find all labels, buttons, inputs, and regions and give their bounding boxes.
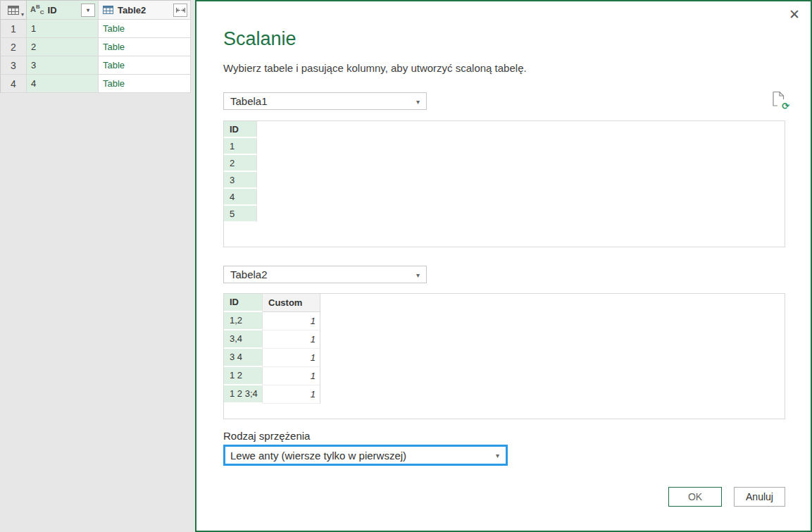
id-cell[interactable]: 4 bbox=[27, 75, 99, 93]
table-type-icon bbox=[103, 6, 113, 14]
table-link[interactable]: Table bbox=[99, 56, 191, 75]
join-kind-value: Lewe anty (wiersze tylko w pierwszej) bbox=[230, 450, 406, 462]
table2-preview: ID Custom 1,2 1 3,4 1 3 4 1 1 2 1 1 2 3;… bbox=[223, 293, 785, 419]
row-number[interactable]: 1 bbox=[0, 20, 27, 38]
column-header-table2-label: Table2 bbox=[118, 5, 146, 16]
chevron-down-icon: ▾ bbox=[416, 97, 420, 105]
expand-column-button[interactable] bbox=[173, 4, 187, 17]
table-link[interactable]: Table bbox=[99, 75, 191, 93]
table-link[interactable]: Table bbox=[99, 20, 191, 38]
table-link[interactable]: Table bbox=[99, 38, 191, 56]
preview2-id-cell[interactable]: 1 2 bbox=[224, 367, 263, 385]
table-grid-icon bbox=[8, 6, 19, 15]
table-row: 1 1 Table bbox=[0, 20, 191, 38]
preview1-cell[interactable]: 3 bbox=[224, 172, 257, 189]
chevron-down-icon: ▾ bbox=[416, 271, 420, 278]
preview2-id-cell[interactable]: 1,2 bbox=[224, 312, 263, 330]
table-row: 4 4 Table bbox=[0, 75, 191, 93]
preview1-cell[interactable]: 5 bbox=[224, 206, 257, 223]
id-cell[interactable]: 2 bbox=[27, 38, 99, 56]
abc-type-icon: ABC bbox=[30, 4, 44, 16]
preview2-custom-cell[interactable]: 1 bbox=[263, 385, 320, 404]
refresh-preview-icon[interactable]: ⟳ bbox=[772, 91, 789, 109]
preview1-cell[interactable]: 2 bbox=[224, 155, 257, 172]
table-row: 2 2 Table bbox=[0, 38, 191, 56]
join-kind-select[interactable]: Lewe anty (wiersze tylko w pierwszej) ▾ bbox=[223, 445, 508, 466]
preview2-header-id[interactable]: ID bbox=[224, 294, 263, 312]
table1-preview: ID 1 2 3 4 5 bbox=[223, 120, 785, 247]
merge-dialog: ✕ Scalanie Wybierz tabele i pasujące kol… bbox=[195, 0, 812, 532]
id-cell[interactable]: 1 bbox=[27, 20, 99, 38]
column-header-id-label: ID bbox=[48, 5, 57, 16]
preview2-custom-cell[interactable]: 1 bbox=[263, 312, 320, 330]
id-cell[interactable]: 3 bbox=[27, 56, 99, 75]
filter-button[interactable]: ▾ bbox=[81, 4, 95, 17]
preview2-custom-cell[interactable]: 1 bbox=[263, 367, 320, 385]
table1-select-value: Tabela1 bbox=[230, 95, 268, 107]
preview2-id-cell[interactable]: 3,4 bbox=[224, 330, 263, 349]
preview2-id-cell[interactable]: 1 2 3;4 bbox=[224, 385, 263, 404]
column-header-table2[interactable]: Table2 bbox=[99, 0, 191, 20]
preview2-custom-cell[interactable]: 1 bbox=[263, 330, 320, 349]
table1-select[interactable]: Tabela1 ▾ bbox=[223, 92, 427, 110]
table2-select-value: Tabela2 bbox=[230, 268, 268, 280]
select-all-button[interactable]: ▾ bbox=[0, 0, 27, 20]
expand-arrows-icon bbox=[176, 7, 185, 13]
preview2-custom-cell[interactable]: 1 bbox=[263, 349, 320, 367]
filter-caret-icon: ▾ bbox=[87, 7, 89, 13]
row-number[interactable]: 4 bbox=[0, 75, 27, 93]
join-kind-label: Rodzaj sprzężenia bbox=[223, 430, 310, 442]
chevron-down-icon: ▾ bbox=[496, 452, 499, 459]
preview2-id-cell[interactable]: 3 4 bbox=[224, 349, 263, 367]
column-header-id[interactable]: ABC ID ▾ bbox=[27, 0, 99, 20]
dialog-title: Scalanie bbox=[223, 28, 296, 50]
query-preview-grid: ▾ ABC ID ▾ Table2 bbox=[0, 0, 191, 93]
ok-button[interactable]: OK bbox=[668, 487, 722, 507]
table2-select[interactable]: Tabela2 ▾ bbox=[223, 266, 427, 283]
select-all-caret-icon: ▾ bbox=[21, 11, 24, 18]
cancel-button[interactable]: Anuluj bbox=[734, 487, 785, 507]
preview1-cell[interactable]: 1 bbox=[224, 138, 257, 155]
grid-header-row: ▾ ABC ID ▾ Table2 bbox=[0, 0, 191, 20]
table-row: 3 3 Table bbox=[0, 56, 191, 75]
preview2-header-custom[interactable]: Custom bbox=[263, 294, 320, 312]
close-icon[interactable]: ✕ bbox=[789, 8, 800, 21]
dialog-subtitle: Wybierz tabele i pasujące kolumny, aby u… bbox=[223, 62, 527, 74]
refresh-icon: ⟳ bbox=[782, 101, 789, 111]
preview1-cell[interactable]: 4 bbox=[224, 189, 257, 206]
preview1-header-id[interactable]: ID bbox=[224, 121, 257, 138]
row-number[interactable]: 2 bbox=[0, 38, 27, 56]
row-number[interactable]: 3 bbox=[0, 56, 27, 75]
